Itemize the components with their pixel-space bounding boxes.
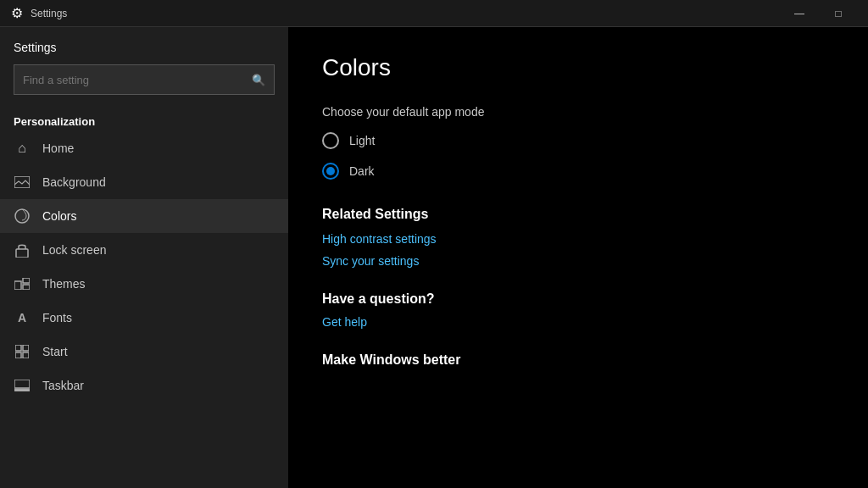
search-icon: 🔍 bbox=[252, 74, 265, 86]
sidebar-item-label-home: Home bbox=[42, 141, 74, 155]
window-controls: — □ bbox=[780, 0, 858, 27]
sidebar-header: Settings 🔍 bbox=[0, 27, 288, 108]
svg-rect-8 bbox=[15, 352, 21, 358]
titlebar-title: Settings bbox=[31, 8, 780, 19]
lock-screen-icon bbox=[14, 241, 31, 258]
minimize-button[interactable]: — bbox=[780, 0, 819, 27]
make-better-title: Make Windows better bbox=[322, 352, 834, 368]
sidebar: Settings 🔍 Personalization ⌂ Home Backgr… bbox=[0, 27, 288, 488]
sidebar-item-label-fonts: Fonts bbox=[42, 311, 72, 324]
sidebar-item-label-start: Start bbox=[42, 345, 68, 358]
svg-rect-2 bbox=[16, 249, 28, 258]
question-section: Have a question? Get help bbox=[322, 291, 834, 329]
radio-dark-label: Dark bbox=[349, 164, 375, 178]
content-area: Colors Choose your default app mode Ligh… bbox=[288, 27, 868, 488]
themes-icon bbox=[14, 275, 31, 292]
svg-rect-9 bbox=[23, 352, 29, 358]
sidebar-item-label-background: Background bbox=[42, 175, 106, 189]
taskbar-icon bbox=[14, 377, 31, 394]
page-title: Colors bbox=[322, 54, 834, 81]
get-help-link[interactable]: Get help bbox=[322, 315, 834, 329]
high-contrast-settings-link[interactable]: High contrast settings bbox=[322, 232, 834, 246]
sidebar-item-label-colors: Colors bbox=[42, 209, 76, 223]
app-container: Settings 🔍 Personalization ⌂ Home Backgr… bbox=[0, 27, 868, 488]
radio-group-app-mode: Light Dark bbox=[322, 132, 834, 180]
radio-dark-outer bbox=[322, 163, 339, 180]
sidebar-item-fonts[interactable]: A Fonts bbox=[0, 301, 288, 335]
sidebar-item-lock-screen[interactable]: Lock screen bbox=[0, 233, 288, 267]
search-input[interactable] bbox=[23, 74, 252, 86]
sidebar-item-themes[interactable]: Themes bbox=[0, 267, 288, 301]
radio-light-label: Light bbox=[349, 134, 375, 147]
svg-rect-5 bbox=[23, 285, 30, 290]
fonts-icon: A bbox=[14, 309, 31, 326]
personalization-label: Personalization bbox=[0, 108, 288, 131]
sidebar-item-label-taskbar: Taskbar bbox=[42, 379, 84, 392]
svg-rect-10 bbox=[14, 380, 30, 388]
settings-icon: ⚙ bbox=[10, 7, 24, 20]
svg-point-1 bbox=[15, 209, 29, 223]
maximize-button[interactable]: □ bbox=[819, 0, 858, 27]
svg-rect-11 bbox=[14, 389, 30, 391]
search-box[interactable]: 🔍 bbox=[14, 64, 275, 95]
sidebar-item-label-lock-screen: Lock screen bbox=[42, 243, 106, 257]
svg-rect-3 bbox=[14, 281, 21, 290]
related-settings-title: Related Settings bbox=[322, 207, 834, 222]
home-icon: ⌂ bbox=[14, 140, 31, 157]
radio-option-dark[interactable]: Dark bbox=[322, 163, 834, 180]
sidebar-item-label-themes: Themes bbox=[42, 277, 86, 291]
sidebar-app-title: Settings bbox=[14, 41, 275, 54]
sidebar-item-start[interactable]: Start bbox=[0, 335, 288, 369]
svg-rect-4 bbox=[23, 278, 30, 283]
question-title: Have a question? bbox=[322, 291, 834, 307]
start-icon bbox=[14, 343, 31, 360]
sync-settings-link[interactable]: Sync your settings bbox=[322, 254, 834, 268]
sidebar-item-background[interactable]: Background bbox=[0, 165, 288, 199]
svg-rect-7 bbox=[23, 345, 29, 351]
titlebar: ⚙ Settings — □ bbox=[0, 0, 868, 27]
radio-dark-inner bbox=[326, 167, 335, 175]
sidebar-item-taskbar[interactable]: Taskbar bbox=[0, 369, 288, 402]
app-mode-label: Choose your default app mode bbox=[322, 105, 834, 119]
sidebar-item-home[interactable]: ⌂ Home bbox=[0, 131, 288, 165]
svg-rect-6 bbox=[15, 345, 21, 351]
radio-option-light[interactable]: Light bbox=[322, 132, 834, 149]
background-icon bbox=[14, 174, 31, 191]
radio-light-outer bbox=[322, 132, 339, 149]
colors-icon bbox=[14, 208, 31, 225]
sidebar-item-colors[interactable]: Colors bbox=[0, 199, 288, 233]
